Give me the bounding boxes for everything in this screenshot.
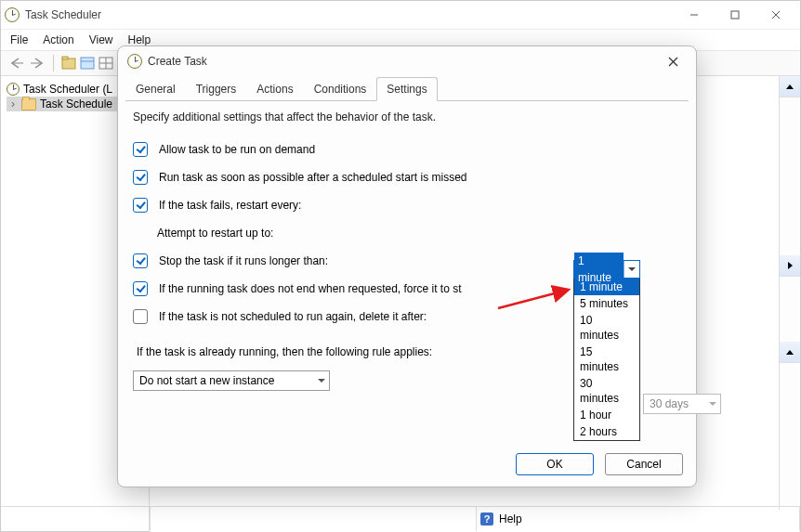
window-controls	[674, 2, 796, 28]
combo-option[interactable]: 30 minutes	[574, 375, 639, 407]
label-delete-after: If the task is not scheduled to run agai…	[159, 310, 427, 323]
row-run-asap: Run task as soon as possible after a sch…	[133, 168, 681, 187]
combo-option[interactable]: 5 minutes	[574, 295, 639, 312]
maximize-button[interactable]	[715, 2, 755, 28]
minimize-button[interactable]	[674, 2, 715, 28]
tree-library-label: Task Schedule	[40, 97, 112, 110]
settings-description: Specify additional settings that affect …	[133, 110, 681, 123]
ok-button[interactable]: OK	[516, 453, 594, 475]
back-button[interactable]	[8, 56, 25, 71]
tab-settings[interactable]: Settings	[376, 77, 437, 101]
svg-rect-8	[81, 58, 94, 69]
checkbox-force-stop[interactable]	[133, 281, 148, 296]
checkbox-delete-after[interactable]	[133, 309, 148, 324]
scheduler-icon	[7, 83, 20, 96]
actions-collapse-2[interactable]	[780, 342, 800, 363]
label-run-asap: Run task as soon as possible after a sch…	[159, 171, 467, 184]
forward-button[interactable]	[29, 56, 46, 71]
combo-option[interactable]: 2 hours	[574, 423, 639, 440]
menu-action[interactable]: Action	[43, 33, 73, 46]
label-stop-longer: Stop the task if it runs longer than:	[159, 254, 328, 267]
restart-interval-combo[interactable]: 1 minute 1 minute 5 minutes 10 minutes 1…	[573, 260, 640, 441]
delete-days-value: 30 days	[650, 397, 689, 410]
combo-list: 1 minute 5 minutes 10 minutes 15 minutes…	[573, 279, 640, 441]
menu-file[interactable]: File	[10, 33, 28, 46]
task-scheduler-window: Task Scheduler File Action View Help Tas…	[0, 0, 801, 532]
combo-option[interactable]: 10 minutes	[574, 312, 639, 344]
bottom-seg-mid	[151, 507, 477, 531]
combo-option[interactable]: 1 minute	[574, 279, 639, 295]
delete-days-select[interactable]: 30 days	[643, 394, 721, 414]
tab-conditions[interactable]: Conditions	[304, 77, 377, 101]
menu-view[interactable]: View	[89, 33, 113, 46]
actions-strip	[779, 76, 800, 510]
help-label: Help	[499, 513, 522, 526]
label-force-stop: If the running task does not end when re…	[159, 282, 462, 295]
svg-rect-6	[62, 58, 75, 69]
chevron-down-icon	[624, 261, 639, 278]
combo-button[interactable]: 1 minute	[573, 260, 640, 279]
bottom-help[interactable]: ? Help	[477, 507, 800, 531]
close-button[interactable]	[755, 2, 796, 28]
toolbar-icon-3[interactable]	[98, 56, 113, 71]
label-attempt: Attempt to restart up to:	[157, 227, 273, 240]
toolbar-icon-1[interactable]	[61, 56, 76, 71]
tab-triggers[interactable]: Triggers	[186, 77, 247, 101]
dialog-close-button[interactable]	[659, 50, 687, 72]
tree-root-label: Task Scheduler (L	[23, 83, 112, 96]
chevron-down-icon	[709, 402, 716, 406]
row-fail-restart: If the task fails, restart every:	[133, 196, 681, 214]
label-allow-demand: Allow task to be run on demand	[159, 143, 315, 156]
combo-option[interactable]: 15 minutes	[574, 344, 639, 375]
checkbox-allow-demand[interactable]	[133, 142, 148, 157]
row-allow-demand: Allow task to be run on demand	[133, 140, 681, 159]
dialog-buttons: OK Cancel	[516, 453, 683, 475]
titlebar: Task Scheduler	[1, 1, 800, 30]
help-icon: ?	[480, 513, 493, 526]
instance-rule-value: Do not start a new instance	[139, 374, 274, 387]
dialog-tabs: General Triggers Actions Conditions Sett…	[118, 76, 696, 100]
app-icon	[5, 7, 20, 22]
combo-option[interactable]: 1 hour	[574, 407, 639, 423]
checkbox-fail-restart[interactable]	[133, 198, 148, 213]
up-icon	[786, 84, 794, 89]
ok-label: OK	[546, 458, 562, 471]
label-fail-restart: If the task fails, restart every:	[159, 199, 301, 212]
row-attempt: Attempt to restart up to:	[153, 224, 681, 242]
dialog-title: Create Task	[148, 55, 207, 68]
toolbar-icon-2[interactable]	[80, 56, 95, 71]
dialog-titlebar: Create Task	[118, 46, 696, 76]
tab-actions[interactable]: Actions	[246, 77, 303, 101]
dialog-icon	[127, 54, 142, 69]
right-icon	[788, 262, 793, 269]
toolbar-divider	[53, 55, 54, 71]
folder-icon	[21, 98, 36, 110]
up-icon	[786, 350, 794, 355]
cancel-label: Cancel	[626, 458, 661, 471]
cancel-button[interactable]: Cancel	[605, 453, 683, 475]
actions-expand[interactable]	[780, 255, 800, 277]
bottom-seg-left	[1, 507, 151, 531]
bottom-bar: ? Help	[1, 506, 800, 531]
instance-rule-select[interactable]: Do not start a new instance	[133, 370, 330, 391]
checkbox-run-asap[interactable]	[133, 170, 148, 185]
menu-help[interactable]: Help	[128, 33, 151, 46]
checkbox-stop-longer[interactable]	[133, 253, 148, 268]
chevron-down-icon	[318, 379, 325, 383]
svg-rect-7	[62, 57, 68, 59]
create-task-dialog: Create Task General Triggers Actions Con…	[117, 45, 697, 487]
expander-icon[interactable]: ›	[8, 97, 18, 110]
tab-general[interactable]: General	[125, 77, 186, 101]
label-rule: If the task is already running, then the…	[137, 345, 432, 358]
svg-rect-1	[731, 11, 739, 19]
actions-collapse-1[interactable]	[780, 76, 800, 97]
app-title: Task Scheduler	[25, 8, 101, 21]
